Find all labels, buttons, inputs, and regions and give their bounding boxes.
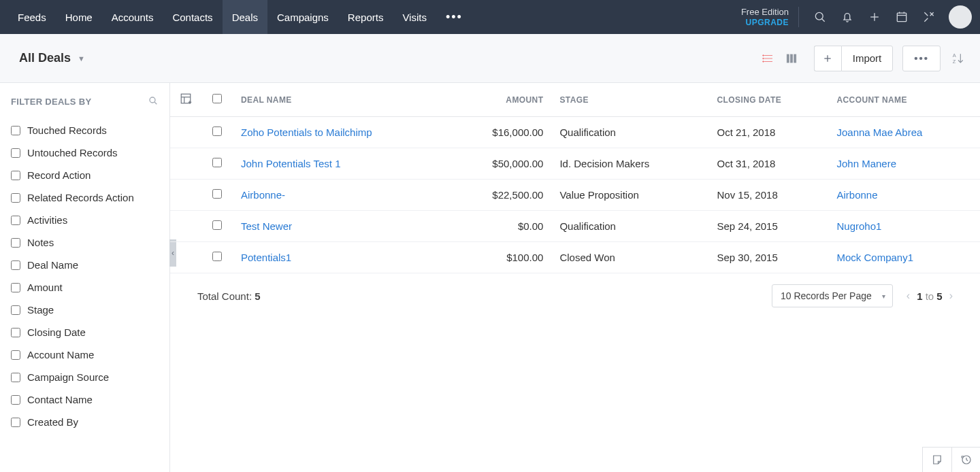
nav-item-visits[interactable]: Visits (393, 0, 436, 34)
row-check-cell[interactable] (201, 148, 233, 180)
filter-row[interactable]: Record Action (11, 164, 159, 186)
account-link[interactable]: John Manere (836, 158, 896, 169)
filter-search-icon[interactable] (148, 95, 159, 108)
filter-row[interactable]: Deal Name (11, 254, 159, 276)
table-row[interactable]: Zoho Potentials to Mailchimp$16,000.00Qu… (170, 117, 980, 148)
body: FILTER DEALS BY Touched RecordsUntouched… (0, 83, 980, 472)
filter-checkbox[interactable] (11, 238, 20, 248)
filter-checkbox[interactable] (11, 350, 20, 360)
filter-checkbox[interactable] (11, 395, 20, 405)
filter-row[interactable]: Account Name (11, 343, 159, 366)
row-check-cell[interactable] (201, 242, 233, 273)
nav-item-home[interactable]: Home (56, 0, 102, 34)
bell-icon[interactable] (840, 10, 855, 24)
create-import-group: Import (814, 46, 894, 71)
nav-item-deals[interactable]: Deals (223, 0, 267, 34)
account-link[interactable]: Joanna Mae Abrea (836, 127, 922, 138)
main-panel: DEAL NAME AMOUNT STAGE CLOSING DATE ACCO… (170, 83, 980, 472)
deal-link[interactable]: Potentials1 (241, 252, 291, 263)
filter-checkbox[interactable] (11, 126, 20, 135)
filter-checkbox[interactable] (11, 216, 20, 225)
sort-icon[interactable]: AZ (950, 52, 966, 65)
search-icon[interactable] (813, 10, 828, 24)
more-actions-button[interactable]: ••• (902, 46, 941, 71)
row-checkbox[interactable] (212, 189, 222, 199)
row-check-cell[interactable] (201, 211, 233, 242)
account-link[interactable]: Nugroho1 (836, 220, 881, 232)
deal-link[interactable]: Zoho Potentials to Mailchimp (241, 127, 372, 138)
filter-row[interactable]: Untouched Records (11, 141, 159, 164)
filter-checkbox[interactable] (11, 305, 20, 315)
table-row[interactable]: John Potentials Test 1$50,000.00Id. Deci… (170, 148, 980, 180)
toolbar: All Deals ▼ Import ••• AZ (0, 34, 980, 83)
account-link[interactable]: Airbonne (836, 189, 877, 201)
filter-row[interactable]: Amount (11, 276, 159, 299)
chevron-down-icon: ▾ (882, 292, 885, 300)
select-all-header[interactable] (201, 83, 233, 117)
table-row[interactable]: Test Newer$0.00QualificationSep 24, 2015… (170, 211, 980, 242)
row-checkbox[interactable] (212, 252, 222, 261)
nav-item-accounts[interactable]: Accounts (102, 0, 163, 34)
import-button[interactable]: Import (841, 46, 894, 71)
nav-item-campaigns[interactable]: Campaigns (267, 0, 338, 34)
footer-right: 10 Records Per Page ▾ ‹ 1 to 5 › (772, 284, 953, 307)
col-closing-date[interactable]: CLOSING DATE (709, 83, 829, 117)
table-row[interactable]: Potentials1$100.00Closed WonSep 30, 2015… (170, 242, 980, 273)
filter-checkbox[interactable] (11, 328, 20, 337)
nav-item-feeds[interactable]: Feeds (8, 0, 56, 34)
filter-row[interactable]: Contact Name (11, 388, 159, 411)
tools-icon[interactable] (921, 10, 936, 24)
filter-row[interactable]: Notes (11, 231, 159, 254)
nav-item-reports[interactable]: Reports (338, 0, 393, 34)
filter-checkbox[interactable] (11, 418, 20, 427)
view-selector[interactable]: All Deals ▼ (19, 51, 85, 65)
pager-next[interactable]: › (949, 290, 953, 302)
calendar-icon[interactable] (894, 10, 909, 24)
filter-row[interactable]: Campaign Source (11, 366, 159, 388)
row-check-cell[interactable] (201, 117, 233, 148)
row-check-cell[interactable] (201, 180, 233, 211)
deal-link[interactable]: John Potentials Test 1 (241, 158, 340, 169)
filter-row[interactable]: Stage (11, 299, 159, 321)
upgrade-link[interactable]: UPGRADE (745, 18, 789, 27)
filter-row[interactable]: Activities (11, 209, 159, 231)
table-row[interactable]: Airbonne-$22,500.00Value PropositionNov … (170, 180, 980, 211)
filter-checkbox[interactable] (11, 171, 20, 180)
list-view-icon[interactable] (762, 52, 774, 65)
account-link[interactable]: Mock Company1 (836, 252, 913, 263)
create-button[interactable] (814, 46, 841, 71)
column-config-header[interactable] (170, 83, 201, 117)
filter-checkbox[interactable] (11, 193, 20, 203)
filter-checkbox[interactable] (11, 373, 20, 382)
col-stage[interactable]: STAGE (551, 83, 708, 117)
filter-row[interactable]: Closing Date (11, 321, 159, 343)
svg-rect-16 (794, 54, 796, 63)
recent-icon[interactable] (951, 448, 980, 472)
row-checkbox[interactable] (212, 127, 222, 136)
avatar[interactable] (949, 5, 972, 29)
filter-checkbox[interactable] (11, 148, 20, 158)
filter-row[interactable]: Related Records Action (11, 186, 159, 209)
filter-checkbox[interactable] (11, 260, 20, 270)
row-checkbox[interactable] (212, 220, 222, 230)
filter-row[interactable]: Touched Records (11, 119, 159, 141)
records-per-page[interactable]: 10 Records Per Page ▾ (772, 284, 893, 307)
svg-point-12 (762, 58, 764, 59)
nav-more[interactable]: ••• (436, 0, 472, 34)
filter-label: Stage (27, 304, 54, 316)
plus-icon[interactable] (867, 10, 882, 24)
pager-prev[interactable]: ‹ (906, 290, 910, 302)
deal-link[interactable]: Airbonne- (241, 189, 285, 201)
kanban-view-icon[interactable] (785, 52, 798, 65)
row-checkbox[interactable] (212, 158, 222, 167)
filter-checkbox[interactable] (11, 283, 20, 292)
col-deal-name[interactable]: DEAL NAME (233, 83, 451, 117)
nav-item-contacts[interactable]: Contacts (163, 0, 222, 34)
sticky-note-icon[interactable] (923, 448, 951, 472)
filter-row[interactable]: Created By (11, 411, 159, 433)
deal-link[interactable]: Test Newer (241, 220, 292, 232)
cell-closing-date: Sep 30, 2015 (709, 242, 829, 273)
col-amount[interactable]: AMOUNT (451, 83, 551, 117)
col-account-name[interactable]: ACCOUNT NAME (828, 83, 980, 117)
select-all-checkbox[interactable] (212, 94, 222, 103)
